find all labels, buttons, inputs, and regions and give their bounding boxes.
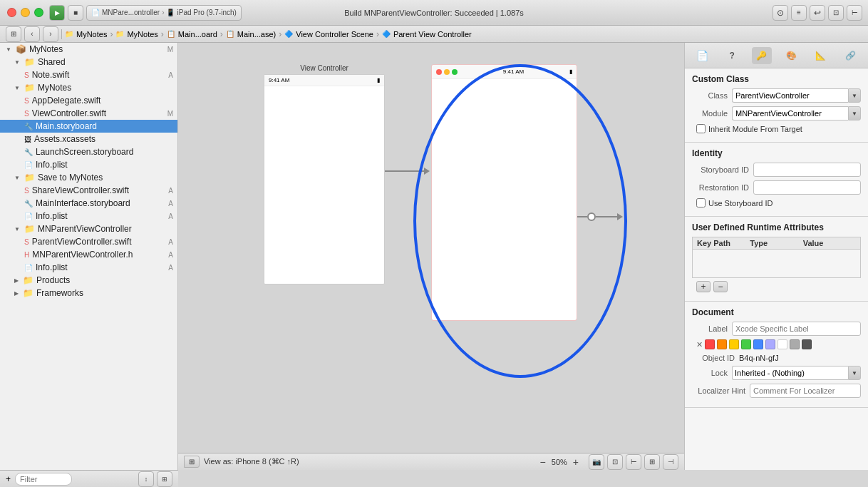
sidebar-item-viewcontroller[interactable]: S ViewController.swift M xyxy=(0,107,177,120)
class-dropdown-btn[interactable]: ▼ xyxy=(848,88,861,103)
sidebar-item-shared[interactable]: ▼ 📁 Shared xyxy=(0,56,177,68)
maximize-button[interactable] xyxy=(34,8,43,17)
zoom-minus-button[interactable]: − xyxy=(540,456,546,468)
inherit-module-checkbox[interactable] xyxy=(696,124,706,133)
breadcrumb-parentvc[interactable]: Parent View Controller xyxy=(393,30,472,39)
scheme-selector[interactable]: 📄 MNPare...ontroller › 📱 iPad Pro (9.7-i… xyxy=(86,5,242,21)
sidebar-item-parentvc[interactable]: S ParentViewController.swift A xyxy=(0,235,177,248)
sidebar-item-maininterface[interactable]: 🔧 MainInterface.storyboard A xyxy=(0,197,177,210)
breadcrumb-mynotes2[interactable]: MyNotes xyxy=(127,30,157,39)
swift-file-icon: S xyxy=(24,187,29,195)
swatch-gray[interactable] xyxy=(790,339,800,349)
sidebar-item-label: ViewController.swift xyxy=(32,108,106,118)
doc-label-input[interactable] xyxy=(732,322,861,336)
sidebar-item-assets[interactable]: 🖼 Assets.xcassets xyxy=(0,133,177,145)
arrow-line-2a xyxy=(576,216,587,217)
inspector-tab-identity[interactable]: 🔑 xyxy=(752,47,772,64)
sidebar-item-frameworks[interactable]: ▶ 📁 Frameworks xyxy=(0,287,177,299)
sidebar-item-save-folder[interactable]: ▼ 📁 Save to MyNotes xyxy=(0,171,177,184)
stop-button[interactable]: ■ xyxy=(68,5,83,21)
swatch-white[interactable] xyxy=(777,339,787,349)
module-dropdown-btn[interactable]: ▼ xyxy=(848,106,861,121)
localizer-row: Localizer Hint xyxy=(692,384,861,398)
camera-button[interactable]: 📷 xyxy=(589,454,604,470)
sidebar-item-info-plist-2[interactable]: 📄 Info.plist A xyxy=(0,210,177,222)
class-input[interactable] xyxy=(732,88,848,103)
sidebar-item-products[interactable]: ▶ 📁 Products xyxy=(0,274,177,287)
restoration-id-input[interactable] xyxy=(753,180,861,195)
sidebar-item-info-plist-3[interactable]: 📄 Info.plist A xyxy=(0,261,177,274)
fit-button[interactable]: ⊡ xyxy=(607,454,623,470)
sidebar-item-mnparentvc-h[interactable]: H MNParentViewController.h A xyxy=(0,248,177,261)
sidebar-item-mynotes-root[interactable]: ▼ 📦 MyNotes M xyxy=(0,43,177,56)
sidebar-item-sharevc[interactable]: S ShareViewController.swift A xyxy=(0,184,177,197)
inspector-tab-attr[interactable]: 🎨 xyxy=(781,47,801,64)
swatches-x-icon: ✕ xyxy=(696,340,703,349)
sidebar-item-mynotes[interactable]: ▼ 📁 MyNotes xyxy=(0,81,177,94)
inspector-tab-size[interactable]: 📐 xyxy=(811,47,831,64)
localizer-input[interactable] xyxy=(750,384,861,398)
split-view-button[interactable]: ≡ xyxy=(791,5,807,21)
swift-file-icon: S xyxy=(24,71,29,79)
use-storyboard-id-checkbox[interactable] xyxy=(696,198,706,207)
view-controller-2[interactable]: 9:41 AM ▮ xyxy=(431,64,577,321)
breadcrumb-mainase[interactable]: Main...ase) xyxy=(237,30,276,39)
vc-frame-2: 9:41 AM ▮ xyxy=(431,64,577,321)
dot-green xyxy=(452,69,458,75)
segment-storyboard[interactable]: ⊞ xyxy=(184,456,200,468)
panel-toggle-button[interactable]: ⊢ xyxy=(847,5,862,21)
swatch-yellow[interactable] xyxy=(729,339,739,349)
storyboard-file-icon: 🔧 xyxy=(24,123,33,130)
sidebar-item-mnparent-folder[interactable]: ▼ 📁 MNParentViewController xyxy=(0,222,177,235)
swatch-darkgray[interactable] xyxy=(802,339,812,349)
lock-select-wrap: Inherited - (Nothing) ▼ xyxy=(732,366,861,380)
canvas-area[interactable]: View Controller 9:41 AM ▮ xyxy=(178,43,684,470)
back-nav-button[interactable]: ‹ xyxy=(24,26,40,42)
view-as-control[interactable]: ⊞ xyxy=(184,456,200,468)
sidebar-item-note-swift[interactable]: S Note.swift A xyxy=(0,68,177,81)
breadcrumb-scene[interactable]: View Controller Scene xyxy=(296,30,373,39)
vc-icon: 📋 xyxy=(226,30,234,38)
breadcrumb-mynotes[interactable]: MyNotes xyxy=(76,30,107,39)
swatch-orange[interactable] xyxy=(717,339,727,349)
add-attr-button[interactable]: + xyxy=(696,281,711,292)
forward-nav-button[interactable]: › xyxy=(43,26,58,42)
lock-select[interactable]: Inherited - (Nothing) xyxy=(732,366,848,380)
sidebar-item-info-plist-1[interactable]: 📄 Info.plist xyxy=(0,158,177,171)
sidebar-item-label: MNParentViewController.h xyxy=(32,250,133,260)
run-button[interactable]: ▶ xyxy=(49,5,65,21)
remove-attr-button[interactable]: − xyxy=(713,281,728,292)
sidebar-item-launchscreen[interactable]: 🔧 LaunchScreen.storyboard xyxy=(0,145,177,158)
badge-m: M xyxy=(167,110,173,118)
view-controller-1[interactable]: View Controller 9:41 AM ▮ xyxy=(264,64,385,292)
sidebar-add-button[interactable]: ⊞ xyxy=(157,471,172,487)
swatch-purple[interactable] xyxy=(765,339,775,349)
swatch-red[interactable] xyxy=(705,339,715,349)
close-button[interactable] xyxy=(7,8,16,17)
activity-monitor-button[interactable]: ⊙ xyxy=(773,5,788,21)
minimize-button[interactable] xyxy=(21,8,30,17)
zoom-plus-button[interactable]: + xyxy=(573,456,579,468)
filter-plus-icon[interactable]: + xyxy=(6,474,11,484)
swatch-green[interactable] xyxy=(741,339,751,349)
inspector-tab-conn[interactable]: 🔗 xyxy=(840,47,860,64)
layout-grid-button[interactable]: ⊞ xyxy=(6,26,21,42)
zoom-fit-button[interactable]: ⊞ xyxy=(644,454,660,470)
storyboard-file-icon2: 🔧 xyxy=(24,148,33,156)
split-editor-button[interactable]: ⊡ xyxy=(828,5,844,21)
nav-button[interactable]: ⊢ xyxy=(626,454,641,470)
inspector-tab-file[interactable]: 📄 xyxy=(693,47,713,64)
module-input[interactable] xyxy=(732,106,848,121)
sidebar-sort-button[interactable]: ↕ xyxy=(138,471,154,487)
inspector-tab-help[interactable]: ? xyxy=(722,47,742,64)
sidebar-item-appdelegate[interactable]: S AppDelegate.swift xyxy=(0,94,177,107)
filter-input[interactable] xyxy=(15,473,72,486)
nav-back-button[interactable]: ↩ xyxy=(810,5,825,21)
breadcrumb-mainstoryboard[interactable]: Main...oard xyxy=(178,30,217,39)
sidebar-item-main-storyboard[interactable]: 🔧 Main.storyboard xyxy=(0,120,177,133)
swatch-blue[interactable] xyxy=(753,339,763,349)
panel-button[interactable]: ⊣ xyxy=(663,454,678,470)
storyboard-id-input[interactable] xyxy=(753,163,861,177)
lock-dropdown-btn[interactable]: ▼ xyxy=(848,366,861,380)
time-label: 9:41 AM xyxy=(269,77,289,83)
